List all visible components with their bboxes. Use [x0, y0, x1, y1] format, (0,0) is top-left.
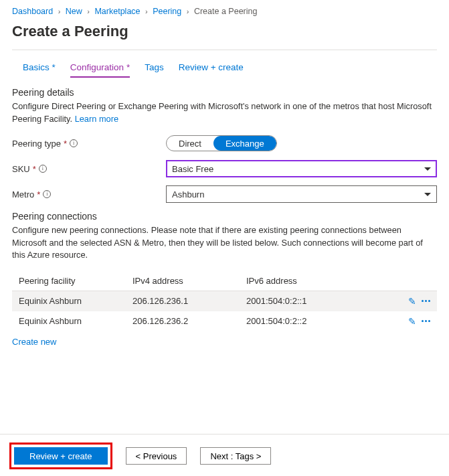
connections-table: Peering facility IPv4 address IPv6 addre… — [12, 271, 437, 331]
divider — [12, 50, 437, 50]
peering-details-desc: Configure Direct Peering or Exchange Pee… — [12, 100, 437, 125]
col-header-facility: Peering facility — [19, 276, 132, 286]
footer-bar: Review + create < Previous Next : Tags > — [0, 434, 449, 476]
sku-value: Basic Free — [172, 164, 213, 174]
metro-value: Ashburn — [172, 189, 204, 200]
create-new-link[interactable]: Create new — [12, 337, 56, 347]
page-title: Create a Peering — [12, 23, 437, 40]
cell-ipv6: 2001:504:0:2::1 — [246, 296, 399, 306]
tab-review-create[interactable]: Review + create — [179, 62, 244, 78]
peering-type-label: Peering type * i — [12, 139, 166, 149]
metro-label: Metro * i — [12, 189, 166, 200]
more-icon[interactable] — [422, 296, 430, 307]
chevron-right-icon: › — [58, 7, 61, 15]
peering-type-direct[interactable]: Direct — [167, 136, 213, 151]
metro-dropdown[interactable]: Ashburn — [166, 185, 437, 203]
crumb-marketplace[interactable]: Marketplace — [94, 7, 140, 16]
chevron-down-icon — [424, 167, 431, 171]
table-header: Peering facility IPv4 address IPv6 addre… — [12, 271, 437, 291]
cell-ipv4: 206.126.236.2 — [132, 316, 246, 326]
col-header-ipv4: IPv4 address — [132, 276, 246, 286]
sku-dropdown[interactable]: Basic Free — [166, 160, 437, 177]
peering-details-title: Peering details — [12, 87, 437, 98]
crumb-dashboard[interactable]: Dashboard — [12, 7, 53, 16]
crumb-current: Create a Peering — [194, 7, 258, 16]
breadcrumb: Dashboard › New › Marketplace › Peering … — [12, 5, 437, 16]
peering-type-exchange[interactable]: Exchange — [213, 136, 276, 151]
chevron-right-icon: › — [145, 7, 148, 15]
crumb-peering[interactable]: Peering — [153, 7, 181, 16]
cell-ipv6: 2001:504:0:2::2 — [246, 316, 399, 326]
tab-bar: Basics * Configuration * Tags Review + c… — [23, 62, 437, 78]
learn-more-link[interactable]: Learn more — [75, 114, 118, 124]
peering-type-toggle[interactable]: Direct Exchange — [166, 135, 277, 151]
previous-button[interactable]: < Previous — [126, 447, 187, 465]
more-icon[interactable] — [422, 316, 430, 327]
review-create-button[interactable]: Review + create — [14, 447, 108, 465]
info-icon[interactable]: i — [43, 190, 51, 198]
info-icon[interactable]: i — [70, 139, 78, 147]
sku-label: SKU * i — [12, 164, 166, 174]
cell-facility: Equinix Ashburn — [19, 316, 132, 326]
table-row[interactable]: Equinix Ashburn 206.126.236.1 2001:504:0… — [12, 291, 437, 311]
connections-title: Peering connections — [12, 211, 437, 222]
table-row[interactable]: Equinix Ashburn 206.126.236.2 2001:504:0… — [12, 311, 437, 331]
connections-desc: Configure new peering connections. Pleas… — [12, 224, 437, 262]
info-icon[interactable]: i — [39, 165, 47, 173]
next-button[interactable]: Next : Tags > — [200, 447, 271, 465]
tab-tags[interactable]: Tags — [145, 62, 164, 78]
col-header-ipv6: IPv6 address — [246, 276, 399, 286]
crumb-new[interactable]: New — [66, 7, 82, 16]
highlight-annotation: Review + create — [9, 443, 112, 469]
tab-basics[interactable]: Basics * — [23, 62, 56, 78]
tab-configuration[interactable]: Configuration * — [70, 62, 130, 78]
cell-facility: Equinix Ashburn — [19, 296, 132, 306]
edit-icon[interactable] — [408, 296, 416, 307]
edit-icon[interactable] — [408, 316, 416, 327]
chevron-right-icon: › — [87, 7, 90, 15]
chevron-right-icon: › — [187, 7, 189, 15]
chevron-down-icon — [424, 193, 431, 196]
cell-ipv4: 206.126.236.1 — [132, 296, 246, 306]
